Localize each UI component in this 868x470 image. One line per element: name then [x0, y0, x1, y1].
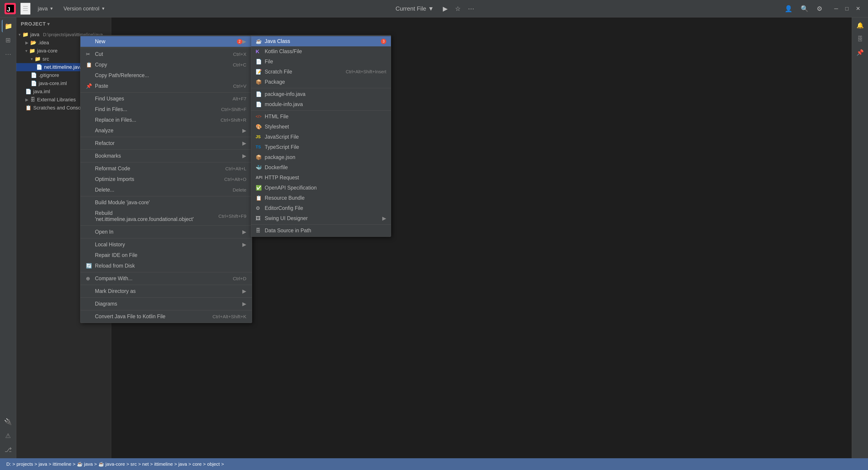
menu-item-reload-disk[interactable]: 🔄 Reload from Disk [81, 261, 252, 271]
reformat-shortcut: Ctrl+Alt+L [225, 166, 246, 171]
app-logo: J [4, 3, 16, 14]
close-button[interactable]: ✕ [852, 4, 864, 13]
submenu-item-swing-ui[interactable]: 🖼 Swing UI Designer ▶ [251, 213, 391, 224]
swing-ui-label: Swing UI Designer [265, 215, 379, 222]
sep7 [81, 238, 252, 238]
submenu-item-kotlin-class[interactable]: K Kotlin Class/File [251, 47, 391, 57]
local-history-arrow: ▶ [242, 241, 246, 248]
dockerfile-label: Dockerfile [265, 165, 386, 171]
activity-git[interactable]: ⎇ [2, 443, 14, 456]
sidebar-header: Project ▾ [16, 18, 111, 31]
search-button[interactable]: 🔍 [799, 3, 810, 14]
status-path[interactable]: D: > projects > java > ittimeline > ☕ ja… [4, 461, 227, 468]
scratches-label: Scratches and Consoles [33, 105, 87, 111]
optimize-shortcut: Ctrl+Alt+O [224, 177, 246, 182]
run-button[interactable]: ▶ [441, 3, 450, 14]
submenu-item-package-json[interactable]: 📦 package.json [251, 152, 391, 163]
menu-item-mark-directory[interactable]: Mark Directory as ▶ [81, 286, 252, 296]
submenu-item-js[interactable]: JS JavaScript File [251, 132, 391, 142]
submenu-item-datasource[interactable]: 🗄 Data Source in Path [251, 226, 391, 236]
project-dropdown[interactable]: java ▼ [35, 4, 56, 13]
openapi-label: OpenAPI Specification [265, 185, 386, 191]
notifications-button[interactable]: 🔔 [855, 20, 866, 31]
submenu-item-scratch-file[interactable]: 📝 Scratch File Ctrl+Alt+Shift+Insert [251, 67, 391, 77]
gitignore-icon: 📄 [31, 72, 37, 78]
menu-item-reformat[interactable]: Reformat Code Ctrl+Alt+L [81, 163, 252, 174]
submenu-item-html[interactable]: </> HTML File [251, 112, 391, 122]
compare-icon: ⊕ [86, 276, 92, 282]
menu-item-cut[interactable]: ✂ Cut Ctrl+X [81, 49, 252, 59]
menu-item-compare-with[interactable]: ⊕ Compare With... Ctrl+D [81, 273, 252, 284]
convert-kotlin-shortcut: Ctrl+Alt+Shift+K [213, 314, 246, 319]
database-button[interactable]: 🗄 [855, 33, 866, 45]
reformat-label: Reformat Code [95, 166, 219, 172]
bookmark-button[interactable]: ☆ [453, 3, 463, 14]
sep8 [81, 272, 252, 272]
settings-button[interactable]: ⚙ [815, 3, 824, 14]
status-foundational-label: object [207, 462, 220, 467]
menu-item-convert-kotlin[interactable]: Convert Java File to Kotlin File Ctrl+Al… [81, 311, 252, 322]
http-request-icon: API [256, 175, 262, 180]
current-file-button[interactable]: Current File ▼ [392, 4, 438, 13]
menu-item-refactor[interactable]: Refactor ▶ [81, 138, 252, 149]
rebuild-label: Rebuild 'net.ittimeline.java.core.founda… [95, 210, 212, 222]
open-in-label: Open In [95, 229, 242, 235]
submenu-item-file[interactable]: 📄 File [251, 57, 391, 67]
submenu-item-ts[interactable]: TS TypeScript File [251, 142, 391, 152]
compare-shortcut: Ctrl+D [233, 276, 246, 282]
vcs-dropdown[interactable]: Version control ▼ [61, 4, 108, 13]
html-icon: </> [256, 114, 262, 119]
activity-project[interactable]: 📁 [2, 20, 14, 32]
menu-item-paste[interactable]: 📌 Paste Ctrl+V [81, 81, 252, 91]
account-button[interactable]: 👤 [783, 3, 794, 14]
submenu-item-module-info[interactable]: 📄 module-info.java [251, 99, 391, 110]
menu-item-open-in[interactable]: Open In ▶ [81, 227, 252, 237]
analyze-arrow: ▶ [242, 127, 246, 134]
menu-item-rebuild[interactable]: Rebuild 'net.ittimeline.java.core.founda… [81, 208, 252, 225]
submenu-item-http-request[interactable]: API HTTP Request [251, 173, 391, 183]
submenu-item-openapi[interactable]: ✅ OpenAPI Specification [251, 183, 391, 193]
menu-item-find-in-files[interactable]: Find in Files... Ctrl+Shift+F [81, 104, 252, 115]
submenu-item-resource-bundle[interactable]: 📋 Resource Bundle [251, 193, 391, 203]
status-java-core-icon: ☕ [98, 462, 104, 467]
menu-item-bookmarks[interactable]: Bookmarks ▶ [81, 151, 252, 161]
submenu-item-package[interactable]: 📦 Package [251, 77, 391, 87]
submenu-item-editorconfig[interactable]: ⚙ EditorConfig File [251, 203, 391, 213]
menu-item-copy[interactable]: 📋 Copy Ctrl+C [81, 59, 252, 70]
menu-item-optimize[interactable]: Optimize Imports Ctrl+Alt+O [81, 174, 252, 184]
java-file-icon: 📄 [36, 64, 42, 70]
package-info-label: package-info.java [265, 91, 386, 97]
menu-item-new[interactable]: New 2 ▶ [81, 36, 252, 47]
menu-item-repair-ide[interactable]: Repair IDE on File [81, 250, 252, 261]
activity-problems[interactable]: ⚠ [2, 429, 14, 442]
activity-more[interactable]: ⋯ [2, 48, 14, 60]
menu-item-replace-in-files[interactable]: Replace in Files... Ctrl+Shift+R [81, 115, 252, 125]
menu-item-copy-path[interactable]: Copy Path/Reference... [81, 70, 252, 81]
submenu-item-package-info[interactable]: 📄 package-info.java [251, 89, 391, 99]
activity-plugins[interactable]: 🔌 [2, 415, 14, 428]
menu-item-local-history[interactable]: Local History ▶ [81, 239, 252, 250]
scratch-file-icon: 📝 [256, 69, 262, 75]
pin-button[interactable]: 📌 [855, 47, 866, 58]
right-panel: 🔔 🗄 📌 [852, 18, 868, 458]
menu-item-build-module[interactable]: Build Module 'java-core' [81, 197, 252, 208]
submenu-item-java-class[interactable]: ☕ Java Class 3 [251, 36, 391, 47]
refactor-arrow: ▶ [242, 140, 246, 146]
minimize-button[interactable]: ─ [831, 4, 841, 13]
status-sep1: > [94, 462, 97, 467]
menu-button[interactable]: ☰ [20, 3, 31, 15]
menu-item-analyze[interactable]: Analyze ▶ [81, 125, 252, 136]
package-info-icon: 📄 [256, 91, 262, 97]
new-label: New [95, 38, 235, 45]
menu-item-find-usages[interactable]: Find Usages Alt+F7 [81, 93, 252, 104]
bookmarks-label: Bookmarks [95, 153, 242, 159]
maximize-button[interactable]: □ [842, 4, 852, 13]
submenu-item-stylesheet[interactable]: 🎨 Stylesheet [251, 122, 391, 132]
submenu-item-dockerfile[interactable]: 🐳 Dockerfile [251, 163, 391, 173]
menu-item-delete[interactable]: Delete... Delete [81, 184, 252, 195]
window-controls: ─ □ ✕ [831, 4, 864, 13]
more-actions-button[interactable]: ⋯ [466, 3, 476, 14]
idea-folder-icon: 📂 [30, 40, 36, 46]
menu-item-diagrams[interactable]: Diagrams ▶ [81, 299, 252, 309]
activity-structure[interactable]: ⊞ [2, 34, 14, 47]
